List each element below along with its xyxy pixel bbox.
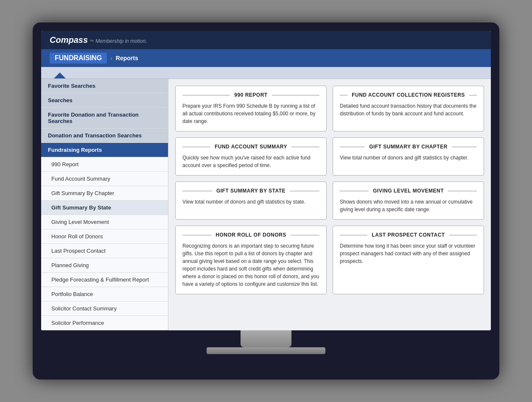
- report-card-title-4: GIFT SUMMARY BY STATE: [212, 188, 290, 194]
- report-card-3[interactable]: GIFT SUMMARY BY CHAPTERView total number…: [333, 137, 484, 176]
- report-card-title-7: LAST PROSPECT CONTACT: [367, 232, 449, 238]
- content-area: 990 REPORTPrepare your IRS Form 990 Sche…: [168, 79, 491, 330]
- report-card-body-1: Detailed fund account transaction histor…: [340, 102, 477, 117]
- report-card-body-3: View total number of donors and gift sta…: [340, 154, 477, 162]
- report-card-2[interactable]: FUND ACCOUNT SUMMARYQuickly see how much…: [175, 137, 327, 176]
- report-card-1[interactable]: FUND ACCOUNT COLLECTION REGISTERSDetaile…: [333, 86, 484, 131]
- report-card-body-6: Recognizing donors is an important step …: [182, 242, 319, 288]
- report-card-body-5: Shows donors who moved into a new annual…: [340, 198, 477, 213]
- nav-bar: FUNDRAISING › Reports: [41, 49, 491, 67]
- logo-tm: ™: [90, 39, 94, 44]
- report-card-body-0: Prepare your IRS Form 990 Schedule B by …: [182, 102, 319, 125]
- monitor-base: [207, 347, 325, 354]
- report-card-title-bar-7: LAST PROSPECT CONTACT: [340, 232, 477, 238]
- report-card-title-bar-3: GIFT SUMMARY BY CHAPTER: [340, 144, 477, 150]
- report-card-5[interactable]: GIVING LEVEL MOVEMENTShows donors who mo…: [333, 181, 484, 220]
- report-card-title-bar-2: FUND ACCOUNT SUMMARY: [182, 144, 319, 150]
- report-card-body-7: Determine how long it has been since you…: [340, 242, 477, 265]
- breadcrumb-chevron: ›: [110, 55, 112, 61]
- sidebar-item-honor-roll[interactable]: Honor Roll of Donors: [41, 229, 168, 244]
- report-card-title-bar-6: HONOR ROLL OF DONORS: [182, 232, 319, 238]
- nav-title[interactable]: FUNDRAISING: [50, 53, 107, 64]
- sidebar-item-fund-account-summary[interactable]: Fund Account Summary: [41, 172, 168, 186]
- sidebar-item-giving-level[interactable]: Giving Level Movement: [41, 215, 168, 229]
- report-card-title-2: FUND ACCOUNT SUMMARY: [210, 144, 291, 150]
- sidebar-item-portfolio-balance[interactable]: Portfolio Balance: [41, 287, 168, 302]
- report-card-title-1: FUND ACCOUNT COLLECTION REGISTERS: [347, 92, 469, 98]
- sidebar-item-planned-giving[interactable]: Planned Giving: [41, 258, 168, 273]
- report-card-title-bar-1: FUND ACCOUNT COLLECTION REGISTERS: [340, 92, 477, 98]
- main-layout: Favorite Searches Searches Favorite Dona…: [41, 79, 491, 330]
- report-card-body-4: View total number of donors and gift sta…: [182, 198, 319, 206]
- logo-tagline: Membership in motion.: [95, 38, 147, 44]
- sidebar-item-fundraising-reports[interactable]: Fundraising Reports: [41, 143, 168, 157]
- sub-nav: [41, 67, 491, 79]
- sidebar-item-favorite-searches[interactable]: Favorite Searches: [41, 79, 168, 93]
- logo-text: Compass: [50, 35, 88, 45]
- sub-nav-tab-indicator: [54, 73, 66, 78]
- report-card-title-bar-5: GIVING LEVEL MOVEMENT: [340, 188, 477, 194]
- sidebar-item-990-report[interactable]: 990 Report: [41, 157, 168, 172]
- logo-area: Compass™ Membership in motion.: [50, 35, 147, 45]
- report-card-title-5: GIVING LEVEL MOVEMENT: [369, 188, 448, 194]
- report-card-7[interactable]: LAST PROSPECT CONTACTDetermine how long …: [333, 226, 484, 294]
- monitor-stand: [241, 330, 291, 347]
- sidebar-item-solicitor-performance[interactable]: Solicitor Performance: [41, 316, 168, 330]
- breadcrumb-reports: Reports: [116, 55, 138, 61]
- report-card-6[interactable]: HONOR ROLL OF DONORSRecognizing donors i…: [175, 226, 327, 294]
- report-card-4[interactable]: GIFT SUMMARY BY STATEView total number o…: [175, 181, 327, 220]
- sidebar-item-gift-summary-state[interactable]: Gift Summary By State: [41, 201, 168, 215]
- sidebar: Favorite Searches Searches Favorite Dona…: [41, 79, 168, 330]
- sidebar-item-pledge-forecasting[interactable]: Pledge Forecasting & Fulfillment Report: [41, 273, 168, 287]
- sidebar-item-donation-searches[interactable]: Donation and Transaction Searches: [41, 128, 168, 143]
- report-card-title-0: 990 REPORT: [230, 92, 272, 98]
- sidebar-item-searches[interactable]: Searches: [41, 93, 168, 108]
- report-card-title-3: GIFT SUMMARY BY CHAPTER: [365, 144, 452, 150]
- sidebar-item-last-prospect[interactable]: Last Prospect Contact: [41, 244, 168, 258]
- report-card-title-bar-0: 990 REPORT: [182, 92, 319, 98]
- sidebar-item-favorite-donation[interactable]: Favorite Donation and Transaction Search…: [41, 108, 168, 128]
- report-grid: 990 REPORTPrepare your IRS Form 990 Sche…: [175, 86, 484, 294]
- top-bar: Compass™ Membership in motion.: [41, 31, 491, 49]
- sidebar-item-gift-summary-chapter[interactable]: Gift Summary By Chapter: [41, 186, 168, 201]
- report-card-0[interactable]: 990 REPORTPrepare your IRS Form 990 Sche…: [175, 86, 327, 131]
- sidebar-item-solicitor-contact[interactable]: Solicitor Contact Summary: [41, 302, 168, 316]
- report-card-title-bar-4: GIFT SUMMARY BY STATE: [182, 188, 319, 194]
- report-card-title-6: HONOR ROLL OF DONORS: [211, 232, 290, 238]
- report-card-body-2: Quickly see how much you've raised for e…: [182, 154, 319, 169]
